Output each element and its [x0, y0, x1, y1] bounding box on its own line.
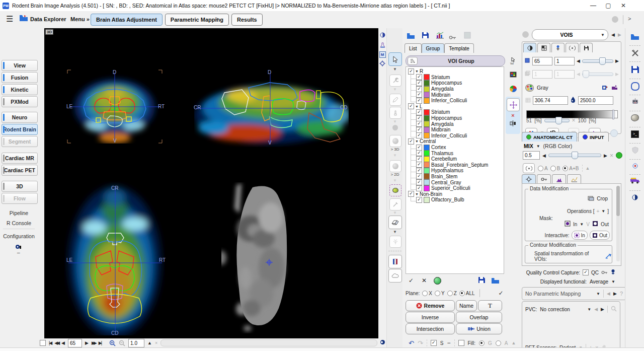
mask-in-icon[interactable] — [565, 221, 571, 228]
sidebar-item-r-console[interactable]: R Console — [0, 220, 38, 226]
zoom-factor-input[interactable]: 1.0 — [128, 339, 144, 347]
slice-right-arrow[interactable]: ▶ — [615, 58, 619, 63]
voi-checkbox[interactable]: ✓ — [416, 156, 422, 162]
voi-checkbox[interactable]: ✓ — [416, 197, 422, 203]
voi-save-icon[interactable] — [422, 32, 429, 41]
voi-checkbox[interactable]: ✓ — [416, 127, 422, 133]
sidebar-item-kinetic[interactable]: Kinetic — [2, 84, 38, 95]
name-button[interactable]: Name — [456, 300, 477, 311]
mask-out-icon[interactable] — [592, 221, 598, 228]
voi-checkbox[interactable]: ✓ — [416, 179, 422, 185]
mix-label[interactable]: MIX — [524, 143, 533, 149]
axial-slice-view[interactable] — [64, 181, 165, 335]
operations-dropdown[interactable]: ▼ — [601, 209, 605, 214]
voi-color-swatch[interactable] — [424, 115, 430, 121]
close-button[interactable]: ✕ — [616, 1, 631, 11]
mix-status-dot[interactable] — [616, 152, 622, 159]
split-contrast-icon[interactable] — [378, 32, 386, 38]
voi-item-row[interactable]: ✓Basal_Forebrain_Septum — [408, 162, 504, 168]
eraser-dropdown[interactable]: ▼ — [387, 230, 403, 234]
palette-icon[interactable] — [525, 84, 534, 92]
voi-cancel-list-icon[interactable]: ✕ — [422, 277, 427, 284]
voi-group-row[interactable]: ✓▼Non-Brain — [408, 191, 504, 197]
window-min-input[interactable]: 306.74 — [533, 96, 568, 105]
sidebar-item-3d[interactable]: 3D — [2, 181, 38, 192]
crop-icon[interactable] — [587, 195, 594, 202]
tab-pin[interactable] — [551, 43, 565, 52]
voi-item-row[interactable]: ✓Cortex — [408, 145, 504, 151]
voi-item-row[interactable]: ✓Olfactory_Bulb — [408, 197, 504, 203]
mix-left-arrow[interactable]: ◀ — [542, 153, 546, 158]
voi-confirm-icon[interactable]: ✓ — [409, 277, 414, 284]
sidebar-item-rodent-brain[interactable]: Rodent Brain — [2, 124, 38, 135]
page-tab[interactable]: Parametric Mapping — [165, 14, 229, 26]
auto-contour-tool-button[interactable] — [389, 184, 401, 196]
layer-tab-input[interactable]: INPUT — [578, 132, 609, 142]
voi-tab-template[interactable]: Template — [444, 43, 474, 53]
layer-tab-anatomical-ct[interactable]: ANATOMICAL CT — [522, 132, 577, 142]
voi-color-swatch[interactable] — [424, 156, 430, 162]
voi-color-swatch[interactable] — [424, 197, 430, 203]
voi-checkbox[interactable]: ✓ — [416, 115, 422, 121]
voi-color-swatch[interactable] — [424, 150, 430, 156]
voi-item-row[interactable]: ✓Hypothalamus — [408, 168, 504, 174]
voi-tv-icon[interactable] — [505, 72, 521, 78]
voi-color-swatch[interactable] — [424, 168, 430, 174]
sidebar-item-cardiac-pet[interactable]: Cardiac PET — [2, 165, 38, 176]
voi-tree[interactable]: ✓▼R✓Striatum✓Hippocampus✓Amygdala✓Midbra… — [406, 66, 504, 274]
data-explorer-icon[interactable] — [19, 15, 28, 24]
page-tab[interactable]: Results — [231, 14, 263, 26]
voi-load-bottom-icon[interactable] — [491, 277, 500, 286]
voi-group-row[interactable]: ✓▼R — [408, 68, 504, 75]
page-tab[interactable]: Brain Atlas Adjustment — [91, 14, 163, 26]
voi-group-menu-icon[interactable] — [408, 57, 418, 65]
maximize-button[interactable]: ▢ — [601, 1, 616, 11]
voi-item-row[interactable]: ✓Midbrain — [408, 92, 504, 98]
voi-checkbox[interactable]: ✓ — [416, 173, 422, 179]
voi-checkbox[interactable]: ✓ — [416, 121, 422, 127]
surface-sphere-icon[interactable] — [625, 114, 644, 121]
fill-checkbox[interactable] — [458, 340, 464, 346]
voi-color-sphere-icon[interactable] — [505, 86, 521, 92]
ab-option-aplusb[interactable]: A+B — [562, 166, 579, 171]
zoom-in-icon[interactable] — [109, 340, 116, 346]
sidebar-item-cardiac-mr[interactable]: Cardiac MR — [2, 153, 38, 164]
3d-rendering-view[interactable] — [221, 182, 307, 333]
voi-item-row[interactable]: ✓Inferior_Colliculi — [408, 98, 504, 104]
plane-option-x[interactable]: X — [422, 291, 432, 296]
sidebar-item-pipeline[interactable]: Pipeline — [0, 210, 38, 216]
voi-checkbox[interactable]: ✓ — [416, 185, 422, 191]
voi-item-row[interactable]: ✓Striatum — [408, 75, 504, 81]
voi-tab-list[interactable]: List — [405, 43, 422, 53]
voi-save-bottom-icon[interactable] — [478, 276, 485, 286]
cloud-lasso-button[interactable] — [388, 269, 402, 283]
voi-mirror-icon[interactable] — [506, 120, 520, 126]
voi-color-swatch[interactable] — [424, 179, 430, 185]
voi-item-row[interactable]: ✓Inferior_Colliculi — [408, 133, 504, 139]
inverse-button[interactable]: Inverse — [406, 312, 455, 323]
sidebar-item-neuro[interactable]: Neuro — [2, 112, 38, 123]
voi-item-row[interactable]: ✓Amygdala — [408, 121, 504, 127]
qc-checkbox[interactable]: ✓ — [583, 269, 589, 275]
load-folder-icon[interactable] — [625, 33, 644, 40]
hotspot-target-icon[interactable] — [625, 163, 644, 169]
prev-slice-button[interactable]: ◀ — [61, 340, 65, 345]
colormap-invert-icon[interactable] — [602, 83, 608, 92]
tab-contrast[interactable] — [523, 43, 536, 52]
m-mode-icon[interactable]: M — [378, 51, 386, 58]
voi-checkbox[interactable]: ✓ — [416, 162, 422, 168]
flask-icon[interactable] — [378, 42, 386, 48]
plane-confirm-icon[interactable]: ✓ — [499, 290, 504, 297]
rp-slice-input[interactable]: 65 — [532, 57, 552, 65]
sync-checkbox[interactable] — [40, 340, 46, 346]
menu-button[interactable]: Menu » — [70, 16, 90, 22]
rp-step-input[interactable]: 1 — [554, 57, 575, 65]
voi-color-swatch[interactable] — [424, 86, 430, 92]
fill-a-radio[interactable] — [496, 340, 501, 346]
first-slice-button[interactable]: |◀ — [49, 340, 51, 345]
plane-option-all[interactable]: ALL — [459, 291, 475, 296]
toolbar-overflow-chevron[interactable]: > — [628, 16, 631, 22]
voi-item-row[interactable]: ✓Amygdala — [408, 86, 504, 92]
data-explorer-label[interactable]: Data Explorer — [30, 16, 66, 22]
parametric-dropdown[interactable]: ▼ — [596, 292, 600, 296]
